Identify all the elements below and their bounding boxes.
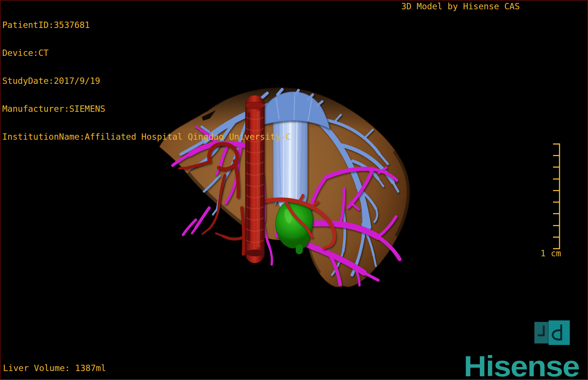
hisense-cas-logo-icon	[534, 320, 570, 345]
scale-bar-tick	[553, 202, 559, 203]
scale-bar-tick	[553, 213, 559, 214]
patient-id: PatientID:3537681	[2, 20, 291, 30]
manufacturer: Manufacturer:SIEMENS	[2, 104, 291, 114]
patient-info-overlay: PatientID:3537681 Device:CT StudyDate:20…	[2, 2, 291, 160]
scale-bar-tick	[553, 143, 559, 145]
app-window: PatientID:3537681 Device:CT StudyDate:20…	[0, 0, 588, 380]
scale-bar	[553, 143, 560, 249]
device: Device:CT	[2, 48, 291, 58]
study-date: StudyDate:2017/9/19	[2, 76, 291, 86]
liver-volume-readout: Liver Volume: 1387ml	[3, 364, 106, 373]
scale-bar-tick	[553, 155, 559, 156]
scale-bar-tick	[553, 178, 559, 180]
scale-bar-label: 1 cm	[539, 249, 563, 258]
scale-bar-tick	[553, 190, 559, 191]
scale-bar-tick	[553, 225, 559, 226]
institution-name: InstitutionName:Affiliated Hospital Qing…	[2, 132, 291, 142]
scale-bar-tick	[553, 167, 559, 168]
watermark-text: 3D Model by Hisense CAS	[401, 2, 520, 11]
scale-bar-line	[559, 143, 560, 249]
hisense-wordmark: Hisense	[464, 349, 579, 380]
scale-bar-tick	[553, 237, 559, 238]
